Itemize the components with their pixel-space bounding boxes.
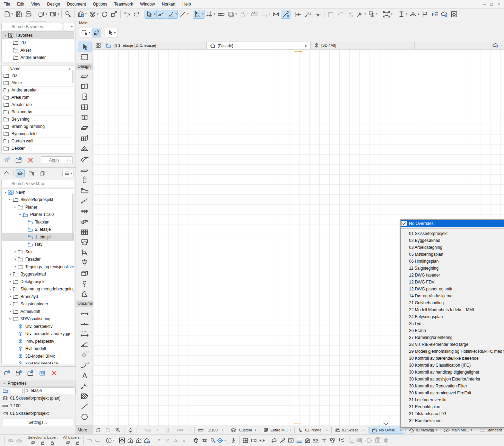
settings-button[interactable]: Settings... — [2, 419, 73, 426]
coordinates-button[interactable]: XY▾ — [193, 10, 205, 19]
roof-tool[interactable] — [76, 143, 93, 154]
view-map-item-navn[interactable]: Navn — [2, 189, 74, 196]
tab--1-etasje-2-1-etasje-[interactable]: (!) 1. etasje [2. 1. etasje] — [103, 42, 207, 49]
model-filter-quick-option[interactable]: Entire M...▸ — [261, 427, 293, 434]
x-red-button[interactable] — [26, 156, 35, 165]
fill-ud-button[interactable] — [382, 436, 390, 445]
corner-window-tool[interactable] — [76, 112, 93, 123]
find-select-button[interactable] — [63, 10, 73, 19]
override-option[interactable]: 14 Dør og Vinduskjema — [401, 292, 504, 299]
layers-quick-option[interactable]: Custom▸ — [228, 427, 259, 434]
drawing-home-button[interactable] — [449, 10, 459, 19]
window-tool[interactable] — [76, 102, 93, 112]
equipment-tool[interactable] — [76, 268, 93, 279]
trim-button[interactable]: ▾ — [355, 10, 367, 19]
view-map-item-1-etasje[interactable]: 1. etasje — [2, 233, 74, 241]
project-map-tab[interactable] — [2, 169, 11, 177]
view-map-item-snitt[interactable]: Snitt — [2, 248, 74, 256]
story-list-button[interactable] — [143, 436, 151, 445]
status-quick-option[interactable]: N/A▸ — [138, 427, 161, 434]
name-list-item[interactable]: Curtain wall — [2, 138, 74, 145]
override-option[interactable]: 12 DWG FDV — [401, 279, 504, 286]
view-clone-button[interactable] — [15, 369, 23, 378]
menu-norkart[interactable]: Norkart — [158, 0, 179, 9]
tab--fasade-[interactable]: [Fasade]x — [207, 42, 311, 49]
view-map-item-bygges-knad[interactable]: Byggesøknad — [2, 271, 74, 278]
door-tool[interactable] — [76, 91, 93, 102]
view-map-item-planer-1-100[interactable]: Planer 1:100 — [2, 211, 74, 219]
target-3d-button[interactable] — [258, 436, 266, 445]
zoom-next-quick-option[interactable] — [103, 427, 113, 434]
navigator-menu-button[interactable]: ▸ — [62, 170, 73, 177]
override-option[interactable]: 31 Renholdsplan — [401, 403, 504, 410]
menu-document[interactable]: Document — [63, 0, 89, 9]
override-option[interactable]: 02 Byggesøknad — [401, 237, 504, 244]
view-map-search[interactable] — [1, 180, 74, 187]
wall-tool[interactable] — [76, 71, 93, 81]
view-map-item-innv-perspektiv[interactable]: Innv. perspektiv — [2, 338, 74, 345]
zone-tool[interactable] — [76, 237, 93, 247]
palette-more-label[interactable]: More — [76, 426, 93, 434]
star-plus-button[interactable] — [3, 156, 11, 165]
override-option[interactable]: 01 Skisse/forprosjekt — [401, 230, 504, 237]
override-option[interactable]: 31 Tilstandsgrad TG — [401, 410, 504, 417]
level-dim-button[interactable] — [313, 10, 323, 19]
cloud-sync-button[interactable] — [440, 10, 449, 19]
pickup-button[interactable]: ▾ — [367, 10, 379, 19]
override-option[interactable]: 30 Kontroll av posisjon Exterior/Interio… — [401, 376, 504, 383]
chevron-down-icon[interactable] — [3, 191, 8, 194]
scrollbar-thumb[interactable] — [72, 70, 73, 84]
bucket-button[interactable] — [270, 436, 278, 445]
scrollbar-thumb[interactable] — [72, 193, 73, 240]
object-chair-tool[interactable] — [76, 247, 93, 258]
name-list-item[interactable]: Akser — [2, 79, 74, 87]
adjust-up-button[interactable] — [345, 10, 355, 19]
override-option[interactable]: 12 DWG planer og snitt — [401, 286, 504, 292]
story-down-button[interactable] — [126, 436, 134, 445]
marquee-cursor-button[interactable]: ▸ — [80, 28, 92, 37]
name-list-item[interactable]: Balkongdør — [2, 108, 74, 116]
minimize-button[interactable]: – — [484, 2, 486, 6]
group-button[interactable]: ▾ — [382, 10, 393, 19]
tri-down-button[interactable] — [163, 436, 172, 445]
panel-splitter[interactable] — [0, 20, 76, 22]
view-add-button[interactable] — [3, 369, 11, 378]
orient-quick-option[interactable]: N/A▸ — [163, 427, 193, 434]
eye-restore-button[interactable] — [7, 436, 15, 445]
slab-tool[interactable] — [76, 123, 93, 133]
pen-set-quick-option[interactable]: 02 Penne...▸ — [296, 427, 330, 434]
name-list-item[interactable]: Brann og rømning — [2, 123, 74, 130]
override-option[interactable]: 26 Brann — [401, 327, 504, 334]
morph-tool[interactable] — [76, 289, 93, 299]
menu-design[interactable]: Design — [44, 0, 63, 9]
name-list-item[interactable]: Arealer ute — [2, 101, 74, 108]
favorites-item-2d[interactable]: 2D — [2, 39, 74, 47]
name-list-item[interactable]: Belysning — [2, 116, 74, 123]
override-option[interactable]: 30 Kontroll av handicap tilgjengelighet — [401, 369, 504, 376]
folder-plus-button[interactable] — [15, 156, 23, 165]
copy-settings-button[interactable]: ▾ — [36, 10, 48, 19]
view-settings-button[interactable] — [38, 369, 46, 378]
chevron-down-icon[interactable]: ▾ — [501, 44, 503, 47]
favorites-search-input[interactable] — [11, 24, 60, 29]
redo-sm-button[interactable] — [85, 436, 94, 445]
grid-cursor-button[interactable]: ▾ — [357, 436, 365, 445]
chevron-right-icon[interactable] — [13, 258, 17, 261]
name-list-item[interactable]: 2D — [2, 72, 74, 79]
roof-pitch-button[interactable]: ▾ — [408, 10, 420, 19]
override-option[interactable]: 05 Møbleringsplan — [401, 251, 504, 258]
story-up-button[interactable] — [134, 436, 143, 445]
override-option[interactable]: 03 Arbeidstegning — [401, 244, 504, 251]
override-option[interactable]: 22 Modell Modenhets Indeks - MMI — [401, 306, 504, 313]
view-map-item-detaljprosjekt[interactable]: Detaljprosjekt — [2, 278, 74, 286]
view-map-item-admin-drift[interactable]: Admin/drift — [2, 308, 74, 315]
cutaway-3d-button[interactable]: ▾ — [217, 436, 225, 445]
stair-tool[interactable] — [76, 195, 93, 206]
frame-button[interactable]: ▾ — [226, 10, 238, 19]
shell-tool[interactable] — [76, 154, 93, 164]
publish-icon[interactable] — [492, 42, 498, 49]
hatch-corner-button[interactable] — [303, 436, 312, 445]
override-option[interactable]: 27 Rømning/orientering — [401, 334, 504, 341]
chevron-right-icon[interactable] — [13, 250, 17, 253]
override-option[interactable]: 12 DWG fasader — [401, 272, 504, 279]
